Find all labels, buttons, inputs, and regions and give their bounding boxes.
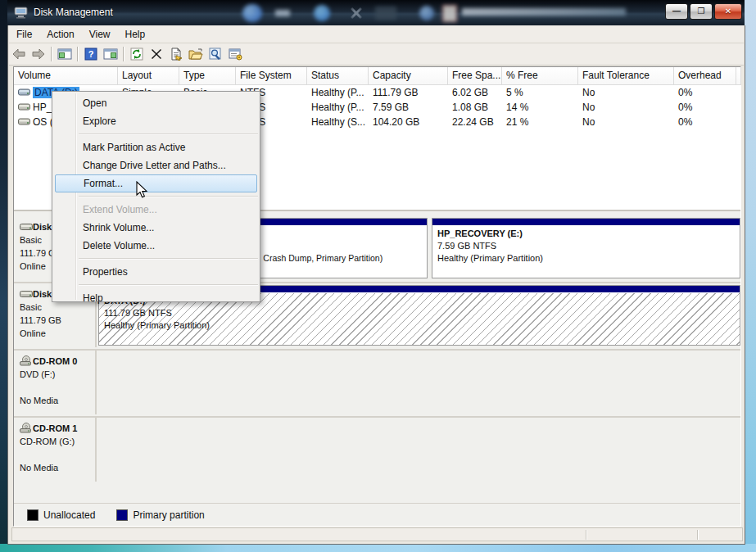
minimize-icon: —	[672, 7, 681, 16]
menu-separator	[79, 133, 258, 135]
screen: Disk Management — ❐ ✕ File Action View H…	[0, 0, 756, 552]
disk-management-icon	[14, 6, 29, 19]
cell-capacity: 111.79 GB	[369, 85, 448, 100]
delete-icon[interactable]	[147, 45, 166, 63]
col-status[interactable]: Status	[307, 67, 369, 85]
menu-bar: File Action View Help	[9, 25, 744, 43]
maximize-icon: ❐	[698, 7, 705, 16]
volume-list-header: Volume Layout Type File System Status Ca…	[14, 67, 740, 85]
cdrom-status: No Media	[20, 394, 95, 407]
toolbar-separator	[51, 47, 52, 61]
forward-icon[interactable]	[29, 45, 48, 63]
menu-view[interactable]: View	[82, 27, 118, 42]
cell-status: Healthy (P...	[307, 100, 369, 115]
cdrom-drive-letter: CD-ROM (G:)	[20, 435, 95, 448]
find-icon[interactable]	[206, 45, 225, 63]
legend-bar: Unallocated Primary partition	[14, 503, 740, 526]
cell-free-space: 22.24 GB	[448, 115, 502, 129]
desktop-background	[0, 544, 756, 552]
statusbar-separator	[697, 530, 699, 540]
svg-text:?: ?	[88, 49, 94, 59]
refresh-icon[interactable]	[127, 45, 147, 63]
back-icon[interactable]	[9, 45, 29, 63]
partition-hp-recovery[interactable]: HP_RECOVERY (E:) 7.59 GB NTFS Healthy (P…	[432, 218, 740, 278]
menu-item-mark-partition-active[interactable]: Mark Partition as Active	[55, 138, 257, 156]
cdrom0-header[interactable]: CD-ROM 0 DVD (F:) No Media	[14, 351, 97, 414]
menu-separator	[79, 196, 258, 197]
close-button[interactable]: ✕	[714, 3, 742, 20]
options-icon[interactable]	[225, 45, 245, 63]
partition-status: Healthy (Primary Partition)	[104, 319, 740, 332]
cdrom-icon	[20, 423, 33, 433]
col-extra	[736, 67, 741, 85]
cell-overhead: 0%	[674, 85, 736, 100]
partition-label: HP_RECOVERY (E:)	[437, 228, 740, 240]
cell-extra	[736, 85, 740, 100]
help-icon[interactable]: ?	[81, 45, 101, 63]
drive-icon	[18, 115, 30, 129]
maximize-button[interactable]: ❐	[690, 3, 713, 20]
col-pct-free[interactable]: % Free	[502, 67, 578, 85]
cell-capacity: 104.20 GB	[369, 115, 448, 129]
menu-item-properties[interactable]: Properties	[55, 263, 257, 281]
cell-free-space: 1.08 GB	[448, 100, 502, 115]
title-bar[interactable]: Disk Management — ❐ ✕	[7, 0, 747, 25]
menu-help[interactable]: Help	[118, 27, 153, 42]
cdrom-name: CD-ROM 0	[33, 356, 77, 366]
window-title: Disk Management	[34, 7, 113, 18]
toolbar-separator	[77, 47, 79, 61]
cell-fault-tolerance: No	[578, 85, 674, 100]
cell-overhead: 0%	[674, 115, 736, 129]
console-tree-icon[interactable]	[55, 45, 75, 63]
cell-overhead: 0%	[674, 100, 736, 115]
menu-item-delete-volume[interactable]: Delete Volume...	[55, 237, 257, 255]
menu-item-open[interactable]: Open	[55, 94, 257, 112]
primary-partition-bar	[432, 219, 740, 226]
minimize-button[interactable]: —	[665, 3, 688, 20]
menu-item-shrink-volume[interactable]: Shrink Volume...	[55, 219, 257, 237]
legend-label: Primary partition	[133, 509, 204, 521]
partition-status: Healthy (Primary Partition)	[437, 252, 740, 265]
cell-pct-free: 5 %	[502, 85, 578, 100]
cell-status: Healthy (S...	[307, 115, 369, 129]
col-file-system[interactable]: File System	[236, 67, 307, 85]
col-free-space[interactable]: Free Spa...	[448, 67, 502, 85]
drive-icon	[18, 101, 30, 115]
cdrom-name: CD-ROM 1	[33, 423, 77, 433]
col-overhead[interactable]: Overhead	[674, 67, 736, 85]
col-type[interactable]: Type	[179, 67, 236, 85]
disk-status: Online	[20, 327, 95, 340]
cell-pct-free: 14 %	[502, 100, 578, 115]
col-fault-tolerance[interactable]: Fault Tolerance	[578, 67, 674, 85]
unallocated-swatch	[27, 509, 38, 521]
menu-item-help[interactable]: Help	[55, 289, 257, 307]
properties-icon[interactable]	[166, 45, 186, 63]
col-capacity[interactable]: Capacity	[369, 67, 448, 85]
cell-capacity: 7.59 GB	[369, 100, 448, 115]
menu-separator	[79, 284, 258, 286]
menu-action[interactable]: Action	[39, 27, 81, 42]
col-volume[interactable]: Volume	[14, 67, 118, 85]
menu-item-explore[interactable]: Explore	[55, 112, 257, 130]
partition-size: 111.79 GB NTFS	[104, 307, 740, 319]
cdrom1-row: CD-ROM 1 CD-ROM (G:) No Media	[14, 418, 740, 483]
cdrom-icon	[20, 355, 33, 366]
cdrom1-header[interactable]: CD-ROM 1 CD-ROM (G:) No Media	[14, 418, 97, 482]
menu-item-extend-volume: Extend Volume...	[55, 201, 257, 219]
primary-partition-swatch	[116, 509, 128, 521]
col-layout[interactable]: Layout	[118, 67, 179, 85]
open-folder-icon[interactable]	[186, 45, 206, 63]
cell-fault-tolerance: No	[578, 115, 674, 129]
cell-pct-free: 21 %	[502, 115, 578, 129]
menu-item-format[interactable]: Format...	[55, 174, 257, 192]
menu-file[interactable]: File	[9, 27, 39, 42]
cdrom-status: No Media	[20, 461, 95, 474]
toolbar-separator	[123, 47, 124, 61]
cell-extra	[736, 100, 740, 115]
menu-item-change-drive-letter[interactable]: Change Drive Letter and Paths...	[55, 156, 257, 174]
statusbar-separator	[586, 530, 587, 540]
action-pane-icon[interactable]	[101, 45, 120, 63]
disk-icon	[20, 222, 33, 232]
cell-free-space: 6.02 GB	[448, 85, 502, 100]
partition-size: 7.59 GB NTFS	[437, 240, 740, 252]
